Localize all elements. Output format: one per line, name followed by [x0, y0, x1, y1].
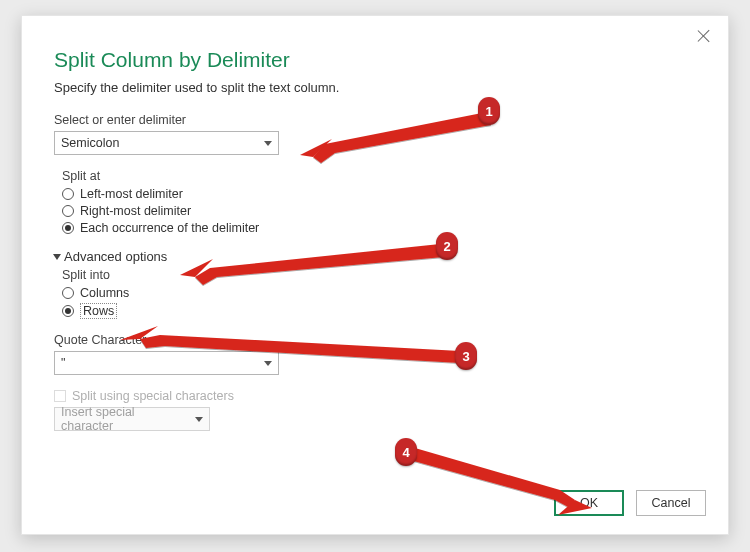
radio-right-most[interactable]: Right-most delimiter [62, 204, 696, 218]
radio-label: Rows [80, 303, 117, 319]
delimiter-select[interactable]: Semicolon [54, 131, 279, 155]
checkbox-icon [54, 390, 66, 402]
radio-icon [62, 188, 74, 200]
split-column-dialog: Split Column by Delimiter Specify the de… [21, 15, 729, 535]
advanced-options-toggle[interactable]: Advanced options [54, 249, 696, 264]
delimiter-value: Semicolon [61, 136, 119, 150]
radio-each-occurrence[interactable]: Each occurrence of the delimiter [62, 221, 696, 235]
radio-columns[interactable]: Columns [62, 286, 696, 300]
advanced-options-label: Advanced options [64, 249, 167, 264]
special-char-checkbox[interactable]: Split using special characters [54, 389, 696, 403]
split-into-heading: Split into [62, 268, 696, 282]
quote-char-value: " [61, 356, 65, 370]
insert-special-char-button: Insert special character [54, 407, 210, 431]
insert-special-char-label: Insert special character [61, 405, 189, 433]
advanced-section: Advanced options Split into Columns Rows… [54, 249, 696, 431]
cancel-button[interactable]: Cancel [636, 490, 706, 516]
radio-icon [62, 205, 74, 217]
dialog-footer: OK Cancel [554, 490, 706, 516]
chevron-down-icon [264, 141, 272, 146]
dialog-body: Split Column by Delimiter Specify the de… [22, 16, 728, 451]
dialog-subtitle: Specify the delimiter used to split the … [54, 80, 696, 95]
radio-label: Columns [80, 286, 129, 300]
dialog-title: Split Column by Delimiter [54, 48, 696, 72]
quote-char-group: Quote Character " [54, 333, 696, 375]
radio-label: Left-most delimiter [80, 187, 183, 201]
radio-label: Right-most delimiter [80, 204, 191, 218]
triangle-down-icon [53, 254, 61, 260]
delimiter-label: Select or enter delimiter [54, 113, 696, 127]
split-at-heading: Split at [62, 169, 696, 183]
radio-rows[interactable]: Rows [62, 303, 696, 319]
close-icon[interactable] [696, 28, 712, 44]
button-label: Cancel [652, 496, 691, 510]
button-label: OK [580, 496, 598, 510]
split-at-group: Split at Left-most delimiter Right-most … [62, 169, 696, 235]
radio-left-most[interactable]: Left-most delimiter [62, 187, 696, 201]
radio-icon [62, 305, 74, 317]
checkbox-label: Split using special characters [72, 389, 234, 403]
ok-button[interactable]: OK [554, 490, 624, 516]
special-char-group: Split using special characters Insert sp… [54, 389, 696, 431]
radio-icon [62, 287, 74, 299]
radio-label: Each occurrence of the delimiter [80, 221, 259, 235]
chevron-down-icon [195, 417, 203, 422]
radio-icon [62, 222, 74, 234]
quote-char-select[interactable]: " [54, 351, 279, 375]
chevron-down-icon [264, 361, 272, 366]
quote-char-label: Quote Character [54, 333, 696, 347]
